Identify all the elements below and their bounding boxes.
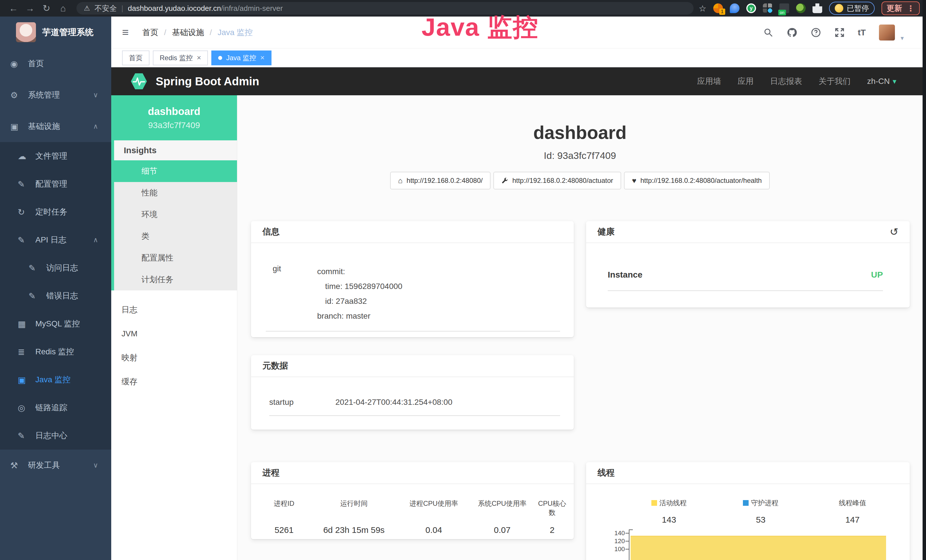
sba-brand[interactable]: Spring Boot Admin [156, 75, 259, 88]
sba-menu-details[interactable]: 细节 [114, 160, 237, 182]
edit-square-icon: ✎ [18, 431, 31, 441]
info-row-value: commit: time: 1596289704000 id: 27aa832 … [317, 264, 560, 324]
fullscreen-icon[interactable] [834, 27, 845, 38]
extension-icon[interactable] [796, 3, 806, 13]
app-logo-row[interactable]: 芋道管理系统 [0, 17, 111, 48]
sba-menu-environment[interactable]: 环境 [114, 204, 237, 226]
sidebar-item-java-monitor[interactable]: ▣ Java 监控 [0, 366, 111, 394]
health-card-title: 健康 ↺ [586, 221, 910, 243]
reload-icon[interactable]: ↻ [38, 0, 55, 17]
health-instance-row: Instance UP [608, 270, 883, 291]
search-icon[interactable] [763, 27, 773, 38]
sba-menu-logfile[interactable]: 日志 [111, 298, 237, 322]
edit-square-icon: ✎ [29, 291, 42, 301]
security-label[interactable]: 不安全 [95, 3, 117, 14]
menu-kebab-icon[interactable]: ⋮ [906, 4, 915, 13]
sba-nav-journal[interactable]: 日志报表 [770, 76, 802, 87]
sidebar-item-api-log[interactable]: ✎ API 日志 ∧ [0, 226, 111, 254]
sidebar-item-dev-tools[interactable]: ⚒ 研发工具 ∨ [0, 450, 111, 481]
sba-menu-scheduled-tasks[interactable]: 计划任务 [114, 269, 237, 291]
health-url-link[interactable]: ♥ http://192.168.0.2:48080/actuator/heal… [624, 172, 770, 189]
live-threads-value: 143 [623, 515, 715, 525]
chevron-down-icon: ∨ [93, 461, 98, 469]
sidebar-item-home[interactable]: ◉ 首页 [0, 48, 111, 79]
close-icon[interactable]: × [260, 53, 265, 62]
sidebar-item-access-log[interactable]: ✎ 访问日志 [0, 254, 111, 282]
sba-menu-mappings[interactable]: 映射 [111, 346, 237, 370]
sba-menu-classes[interactable]: 类 [114, 226, 237, 247]
legend-peak-threads: 线程峰值 [806, 498, 898, 507]
tab-home[interactable]: 首页 [122, 50, 150, 65]
user-avatar[interactable] [879, 24, 895, 41]
close-icon[interactable]: × [197, 53, 201, 62]
sidebar-item-config[interactable]: ✎ 配置管理 [0, 170, 111, 198]
metadata-card: 元数据 startup 2021-04-27T00:44:31.254+08:0… [251, 355, 574, 430]
instance-name: dashboard [148, 106, 200, 118]
edit-icon: ✎ [18, 179, 31, 189]
breadcrumb-home[interactable]: 首页 [142, 27, 158, 38]
sba-menu-metrics[interactable]: 性能 [114, 182, 237, 204]
process-card: 进程 进程ID 运行时间 进程CPU使用率 系统CPU使用率 CPU核心数 52… [251, 462, 574, 539]
live-threads-area [631, 536, 886, 560]
sba-menu-jvm[interactable]: JVM [111, 322, 237, 346]
sba-nav-about[interactable]: 关于我们 [819, 76, 851, 87]
sidebar-item-error-log[interactable]: ✎ 错误日志 [0, 282, 111, 310]
font-size-icon[interactable]: tT [858, 28, 866, 37]
legend-daemon-threads: 守护进程 [715, 498, 807, 507]
profile-paused-chip[interactable]: 已暂停 [829, 2, 875, 15]
sidebar-menu: ◉ 首页 ⚙ 系统管理 ∨ ▣ 基础设施 ∧ ☁ 文件管理 ✎ 配置管理 ↻ 定… [0, 48, 111, 481]
back-icon[interactable]: ← [5, 0, 22, 17]
tag-view-bar: 首页 Redis 监控 × Java 监控 × [111, 48, 923, 67]
extension-icon[interactable] [763, 3, 773, 13]
github-icon[interactable] [787, 27, 797, 38]
sba-menu-caches[interactable]: 缓存 [111, 370, 237, 394]
url-text: dashboard.yudao.iocoder.cn/infra/admin-s… [128, 4, 283, 13]
browser-update-button[interactable]: 更新 ⋮ [882, 2, 920, 15]
extension-icon[interactable]: on [779, 3, 789, 13]
divider: | [121, 4, 124, 13]
sidebar-item-jobs[interactable]: ↻ 定时任务 [0, 198, 111, 226]
actuator-url-link[interactable]: http://192.168.0.2:48080/actuator [493, 172, 621, 189]
sba-nav-wallboard[interactable]: 应用墙 [697, 76, 721, 87]
toolbox-icon: ⚒ [10, 460, 24, 471]
sidebar-item-mysql[interactable]: ▦ MySQL 监控 [0, 310, 111, 338]
puzzle-extensions-icon[interactable] [813, 3, 822, 13]
history-icon[interactable]: ↺ [890, 226, 898, 238]
tab-redis-monitor[interactable]: Redis 监控 × [153, 50, 208, 65]
hamburger-icon[interactable]: ≡ [122, 26, 129, 39]
home-icon[interactable]: ⌂ [55, 0, 71, 17]
info-card-title: 信息 [251, 221, 574, 243]
extension-icon[interactable]: 1 [713, 3, 723, 13]
bookmark-star-icon[interactable]: ☆ [699, 3, 707, 14]
sidebar-item-log-center[interactable]: ✎ 日志中心 [0, 422, 111, 450]
address-bar[interactable]: ⚠ 不安全 | dashboard.yudao.iocoder.cn/infra… [76, 2, 694, 15]
forward-icon[interactable]: → [22, 0, 38, 17]
sba-menu-configprops[interactable]: 配置属性 [114, 247, 237, 269]
startup-value: 2021-04-27T00:44:31.254+08:00 [335, 398, 452, 407]
sba-nav-applications[interactable]: 应用 [738, 76, 754, 87]
chevron-up-icon: ∧ [93, 123, 98, 130]
insights-group: Insights 细节 性能 环境 类 配置属性 计划任务 [111, 140, 237, 291]
sidebar-item-tracing[interactable]: ◎ 链路追踪 [0, 394, 111, 422]
gear-icon: ⚙ [10, 90, 24, 100]
threads-card-title: 线程 [586, 462, 910, 484]
caret-down-icon[interactable]: ▾ [900, 35, 904, 42]
sidebar-item-files[interactable]: ☁ 文件管理 [0, 142, 111, 170]
instance-header: dashboard 93a3fc7f7409 [111, 95, 237, 140]
timer-icon: ↻ [18, 207, 31, 217]
extension-icon[interactable] [730, 3, 740, 13]
help-icon[interactable] [811, 27, 822, 38]
extension-badge: 1 [719, 9, 725, 15]
stack-icon: ≣ [18, 347, 31, 357]
process-card-title: 进程 [251, 462, 574, 484]
tab-java-monitor[interactable]: Java 监控 × [211, 50, 271, 65]
sidebar-item-system[interactable]: ⚙ 系统管理 ∨ [0, 79, 111, 111]
sidebar-item-infra[interactable]: ▣ 基础设施 ∧ [0, 111, 111, 142]
extension-icon[interactable]: y [746, 3, 756, 13]
health-card: 健康 ↺ Instance UP [586, 221, 910, 307]
sba-locale-select[interactable]: zh-CN ▾ [867, 77, 896, 86]
sidebar-item-redis[interactable]: ≣ Redis 监控 [0, 338, 111, 366]
service-url-link[interactable]: ⌂ http://192.168.0.2:48080/ [390, 172, 491, 189]
sba-sidebar: dashboard 93a3fc7f7409 Insights 细节 性能 环境… [111, 95, 237, 560]
breadcrumb-infra[interactable]: 基础设施 [172, 27, 204, 38]
